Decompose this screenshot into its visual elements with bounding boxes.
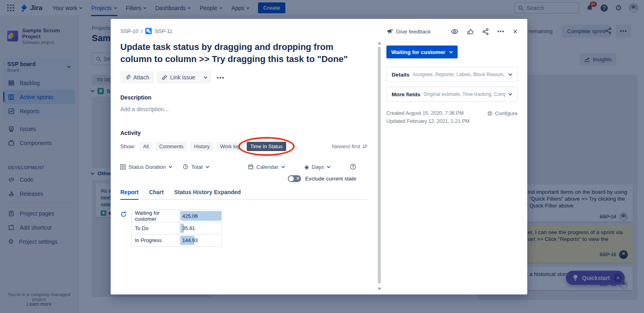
issue-key-link[interactable]: SSP-11 bbox=[155, 28, 172, 34]
link-icon bbox=[161, 75, 167, 81]
link-issue-dropdown[interactable] bbox=[200, 71, 211, 83]
unit-days-dropdown[interactable]: ◉ Days bbox=[304, 164, 330, 170]
grid-icon bbox=[120, 164, 126, 170]
sort-icon bbox=[362, 144, 367, 149]
scroll-up-arrow[interactable] bbox=[378, 42, 381, 44]
link-issue-split-button: Link issue bbox=[157, 71, 211, 83]
paperclip-icon bbox=[125, 75, 130, 80]
filter-work-log[interactable]: Work log bbox=[217, 142, 244, 151]
sort-order-button[interactable]: Newest first bbox=[332, 143, 367, 149]
watch-icon[interactable] bbox=[451, 29, 458, 35]
tab-report[interactable]: Report bbox=[120, 189, 138, 200]
issue-title[interactable]: Update task status by dragging and dropp… bbox=[120, 41, 363, 65]
subtask-icon bbox=[145, 28, 152, 34]
calendar-dropdown[interactable]: Calendar bbox=[248, 164, 285, 170]
total-dropdown[interactable]: Total bbox=[183, 164, 209, 170]
time-in-status-tabs: Report Chart Status History Expanded bbox=[120, 189, 367, 200]
megaphone-icon bbox=[386, 29, 393, 35]
scroll-down-arrow[interactable] bbox=[378, 288, 381, 290]
issue-more-button[interactable]: ••• bbox=[214, 74, 227, 81]
like-icon[interactable] bbox=[467, 28, 474, 35]
status-dropdown-button[interactable]: Waiting for customer bbox=[386, 46, 458, 58]
issue-breadcrumb: SSP-10 / SSP-11 bbox=[120, 28, 367, 34]
description-placeholder[interactable]: Add a description... bbox=[120, 106, 367, 112]
updated-timestamp: Updated February 12, 2021, 1:21 PM bbox=[386, 118, 469, 124]
exclude-current-state-label: Exclude current state bbox=[305, 176, 356, 182]
status-duration-dropdown[interactable]: Status Duration bbox=[120, 164, 172, 170]
more-fields-panel[interactable]: More fields Original estimate, Time trac… bbox=[386, 87, 518, 102]
details-panel[interactable]: Details Assignee, Reporter, Labels, Bloc… bbox=[386, 67, 518, 82]
table-row: In Progress 144.93 bbox=[132, 234, 222, 247]
share-icon[interactable] bbox=[482, 28, 489, 35]
chevron-down-icon bbox=[508, 92, 512, 96]
exclude-current-state-toggle[interactable]: ✕ bbox=[288, 175, 301, 182]
issue-detail-modal: SSP-10 / SSP-11 Update task status by dr… bbox=[111, 19, 527, 294]
gear-icon: ⚙ bbox=[487, 110, 492, 116]
calendar-icon bbox=[248, 164, 254, 170]
table-row: To Do 35.81 bbox=[132, 222, 222, 234]
parent-issue-link[interactable]: SSP-10 bbox=[120, 28, 138, 34]
show-label: Show: bbox=[120, 143, 136, 149]
close-icon[interactable]: × bbox=[513, 27, 518, 35]
modal-scrollbar[interactable] bbox=[377, 41, 381, 291]
give-feedback-button[interactable]: Give feedback bbox=[386, 29, 431, 35]
scrollbar-thumb[interactable] bbox=[378, 47, 381, 284]
table-row: Waiting for customer 425.06 bbox=[132, 210, 222, 222]
activity-heading: Activity bbox=[120, 130, 367, 136]
configure-button[interactable]: ⚙ Configure bbox=[487, 110, 518, 116]
description-heading: Description bbox=[120, 94, 367, 101]
target-icon: ◉ bbox=[304, 164, 309, 170]
help-circle-icon[interactable] bbox=[350, 164, 356, 170]
refresh-icon[interactable] bbox=[120, 211, 127, 247]
tab-status-history-expanded[interactable]: Status History Expanded bbox=[174, 189, 241, 199]
filter-history[interactable]: History bbox=[190, 142, 213, 151]
attach-button[interactable]: Attach bbox=[120, 71, 154, 83]
link-issue-button[interactable]: Link issue bbox=[157, 71, 200, 83]
created-timestamp: Created August 15, 2020, 7:36 PM bbox=[386, 110, 469, 116]
filter-all[interactable]: All bbox=[140, 142, 153, 151]
clock-icon bbox=[183, 164, 188, 170]
filter-comments[interactable]: Comments bbox=[155, 142, 187, 151]
chevron-down-icon bbox=[508, 73, 512, 77]
filter-time-in-status[interactable]: Time In Status bbox=[247, 142, 286, 151]
tab-chart[interactable]: Chart bbox=[149, 189, 164, 199]
status-duration-table: Waiting for customer 425.06 To Do 35.81 … bbox=[131, 209, 222, 247]
modal-more-button[interactable]: ••• bbox=[497, 28, 505, 35]
